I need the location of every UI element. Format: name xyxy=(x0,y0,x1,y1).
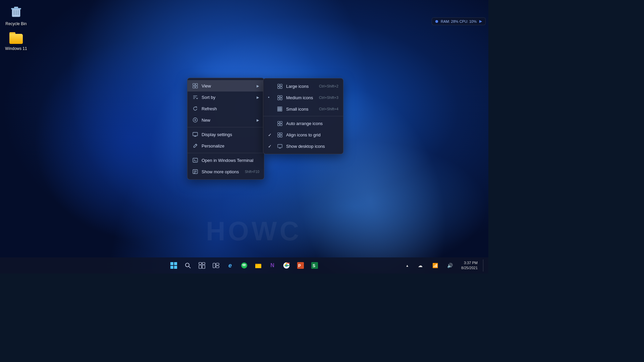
svg-rect-38 xyxy=(280,108,282,110)
network-icon[interactable]: 📶 xyxy=(429,259,441,272)
svg-rect-29 xyxy=(277,95,279,97)
personalize-icon xyxy=(192,143,198,149)
menu-item-show-more[interactable]: Show more options Shift+F10 xyxy=(187,166,264,177)
widgets-button[interactable] xyxy=(210,259,222,272)
desktop-icon-recycle-bin[interactable]: Recycle Bin xyxy=(3,3,30,28)
recycle-bin-label: Recycle Bin xyxy=(5,21,26,26)
chrome-button[interactable] xyxy=(280,259,292,272)
svg-rect-47 xyxy=(280,132,282,134)
svg-rect-2 xyxy=(14,7,18,8)
submenu-item-auto-arrange[interactable]: Auto arrange icons xyxy=(263,118,343,129)
separator-2 xyxy=(187,153,264,153)
submenu-item-large-icons[interactable]: Large icons Ctrl+Shift+2 xyxy=(263,80,343,92)
menu-item-display-settings[interactable]: Display settings xyxy=(187,129,264,140)
menu-item-sort-by[interactable]: Sort by ▶ xyxy=(187,92,264,103)
show-desktop-icons-icon xyxy=(277,143,283,149)
svg-text:S: S xyxy=(313,263,315,268)
menu-item-personalize[interactable]: Personalize xyxy=(187,140,264,152)
submenu-item-medium-icons[interactable]: • Medium icons Ctrl+Shift+3 xyxy=(263,92,343,103)
context-menu: View ▶ Sort by ▶ Refresh xyxy=(187,78,264,180)
svg-rect-59 xyxy=(199,262,202,264)
svg-rect-30 xyxy=(280,95,282,97)
start-button[interactable] xyxy=(168,259,180,272)
show-desktop-icons-check: ✓ xyxy=(268,144,273,149)
submenu-item-align-grid[interactable]: ✓ Align icons to grid xyxy=(263,129,343,140)
file-explorer-button[interactable] xyxy=(252,259,264,272)
svg-rect-7 xyxy=(196,83,198,85)
sort-icon xyxy=(192,94,198,100)
svg-rect-41 xyxy=(280,110,282,111)
show-more-label: Show more options xyxy=(202,169,241,174)
hw-arrow: ▶ xyxy=(479,19,482,23)
svg-rect-9 xyxy=(196,86,198,88)
svg-rect-26 xyxy=(280,84,282,86)
svg-rect-43 xyxy=(280,121,282,123)
show-desktop-button[interactable] xyxy=(483,259,484,272)
onedrive-icon[interactable]: ☁ xyxy=(414,259,426,272)
search-button[interactable] xyxy=(182,259,194,272)
refresh-icon xyxy=(192,106,198,112)
svg-rect-39 xyxy=(277,110,279,111)
large-icons-label: Large icons xyxy=(286,84,316,89)
spotify-button[interactable] xyxy=(238,259,250,272)
display-icon xyxy=(192,131,198,137)
clock-time: 3:37 PM xyxy=(461,260,478,265)
windows11-folder-icon xyxy=(9,32,23,45)
powerpoint-button[interactable]: P xyxy=(294,259,307,272)
svg-rect-56 xyxy=(174,266,177,269)
small-icons-shortcut: Ctrl+Shift+4 xyxy=(319,107,338,111)
menu-item-refresh[interactable]: Refresh xyxy=(187,103,264,114)
svg-rect-25 xyxy=(277,84,279,86)
app-s-button[interactable]: S xyxy=(309,259,321,272)
new-label: New xyxy=(202,118,253,123)
svg-rect-54 xyxy=(174,262,177,265)
svg-rect-31 xyxy=(277,98,279,100)
menu-item-new[interactable]: New ▶ xyxy=(187,114,264,126)
hw-label: RAM: 28% CPU: 10% xyxy=(441,19,477,23)
view-icon xyxy=(192,83,198,89)
large-icons-shortcut: Ctrl+Shift+2 xyxy=(319,84,338,88)
new-icon xyxy=(192,117,198,123)
svg-rect-44 xyxy=(277,124,279,126)
svg-rect-16 xyxy=(193,132,198,136)
submenu-item-show-desktop-icons[interactable]: ✓ Show desktop icons xyxy=(263,140,343,152)
svg-rect-46 xyxy=(277,132,279,134)
svg-rect-61 xyxy=(199,265,202,268)
sort-by-label: Sort by xyxy=(202,95,253,100)
hw-dot xyxy=(435,20,438,23)
volume-icon[interactable]: 🔊 xyxy=(444,259,456,272)
submenu-separator xyxy=(263,116,343,116)
svg-rect-60 xyxy=(202,262,205,264)
onenote-button[interactable]: N xyxy=(266,259,278,272)
show-more-icon xyxy=(192,169,198,175)
svg-rect-42 xyxy=(277,121,279,123)
task-view-button[interactable] xyxy=(196,259,208,272)
display-settings-label: Display settings xyxy=(202,132,259,137)
system-tray-expand[interactable]: ▲ xyxy=(403,262,412,269)
svg-point-57 xyxy=(185,263,189,267)
small-icons-label: Small icons xyxy=(286,107,316,112)
desktop-icon-windows11[interactable]: Windows 11 xyxy=(3,30,30,53)
svg-rect-53 xyxy=(170,262,173,265)
submenu-item-small-icons[interactable]: Small icons Ctrl+Shift+4 xyxy=(263,103,343,115)
clock[interactable]: 3:37 PM 8/25/2021 xyxy=(459,259,480,272)
medium-icons-check: • xyxy=(268,95,273,100)
small-icons-icon xyxy=(277,106,283,112)
view-arrow: ▶ xyxy=(257,84,259,88)
svg-text:P: P xyxy=(298,263,301,268)
menu-item-view[interactable]: View ▶ xyxy=(187,80,264,92)
svg-rect-65 xyxy=(216,266,219,268)
menu-item-terminal[interactable]: Open in Windows Terminal xyxy=(187,155,264,166)
svg-rect-49 xyxy=(280,135,282,137)
sort-arrow: ▶ xyxy=(257,96,259,99)
separator-1 xyxy=(187,127,264,127)
show-more-shortcut: Shift+F10 xyxy=(245,170,259,174)
view-label: View xyxy=(202,83,253,88)
auto-arrange-label: Auto arrange icons xyxy=(286,121,338,126)
recycle-bin-icon xyxy=(9,5,23,20)
svg-rect-50 xyxy=(277,144,282,147)
medium-icons-icon xyxy=(277,95,283,101)
taskbar-right: ▲ ☁ 📶 🔊 3:37 PM 8/25/2021 xyxy=(403,259,484,272)
edge-button[interactable]: e xyxy=(224,259,236,272)
medium-icons-shortcut: Ctrl+Shift+3 xyxy=(319,96,338,100)
